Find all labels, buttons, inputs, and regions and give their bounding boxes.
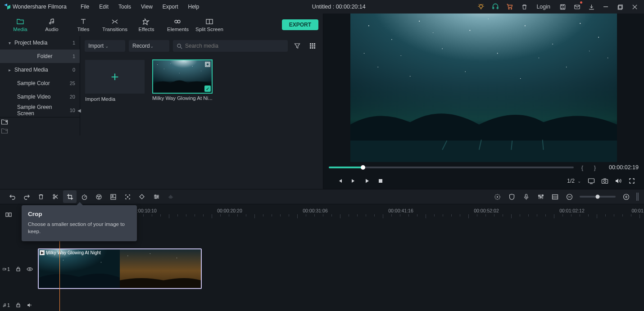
adjust-button[interactable] [150, 190, 163, 203]
download-icon[interactable] [585, 0, 598, 14]
zoom-in-button[interactable] [619, 190, 633, 203]
filter-icon[interactable] [291, 40, 303, 52]
zoom-fit-icon[interactable] [636, 193, 639, 201]
mute-audio-track-icon[interactable] [26, 302, 33, 309]
mark-out-button[interactable]: } [591, 163, 599, 171]
redo-button[interactable] [20, 190, 33, 203]
menu-file[interactable]: File [77, 4, 93, 10]
search-media-field[interactable] [173, 40, 288, 52]
lock-audio-track-icon[interactable] [14, 302, 22, 309]
audio-sync-button[interactable] [164, 190, 177, 203]
video-track-icon[interactable]: 1 [3, 266, 10, 273]
svg-point-60 [488, 18, 489, 19]
preview-viewport[interactable] [350, 14, 617, 162]
preview-seekbar[interactable] [329, 167, 574, 168]
tab-transitions[interactable]: Transitions [99, 16, 131, 34]
search-media-input[interactable] [185, 43, 284, 49]
record-dropdown[interactable]: Record⌄ [129, 40, 169, 52]
next-frame-button[interactable] [347, 174, 360, 188]
sidebar-folder[interactable]: Folder1 [0, 50, 80, 63]
svg-rect-21 [312, 45, 313, 47]
lock-track-icon[interactable] [14, 266, 22, 273]
svg-point-72 [99, 196, 100, 197]
crop-tooltip: Crop Choose a smaller section of your im… [22, 205, 137, 241]
message-icon[interactable] [570, 0, 584, 14]
delete-folder-icon[interactable] [0, 126, 9, 135]
timeline-match-icon[interactable] [4, 210, 14, 220]
record-dropdown-label: Record [132, 43, 150, 49]
save-icon[interactable] [556, 0, 569, 14]
tab-splitscreen[interactable]: Split Screen [194, 16, 225, 34]
zoom-slider[interactable] [580, 196, 616, 198]
snapshot-icon[interactable] [598, 174, 612, 188]
tab-media[interactable]: Media [5, 16, 36, 34]
display-settings-icon[interactable] [585, 174, 598, 188]
undo-button[interactable] [5, 190, 19, 203]
split-button[interactable] [49, 190, 62, 203]
headset-icon[interactable] [489, 0, 502, 14]
marker-shield-icon[interactable] [505, 190, 518, 203]
svg-point-32 [201, 71, 201, 71]
svg-point-95 [5, 305, 5, 306]
svg-rect-92 [17, 269, 20, 271]
svg-point-56 [364, 53, 364, 54]
lightbulb-icon[interactable] [474, 0, 488, 14]
export-button[interactable]: EXPORT [282, 19, 318, 30]
render-button[interactable] [490, 190, 504, 203]
speed-button[interactable] [77, 190, 91, 203]
svg-point-105 [177, 258, 177, 258]
stop-button[interactable] [374, 174, 387, 188]
sidebar-sample-color[interactable]: Sample Color25 [0, 77, 80, 90]
sidebar-project-media[interactable]: ▾Project Media1 [0, 36, 80, 50]
tab-elements[interactable]: Elements [162, 16, 194, 34]
voiceover-icon[interactable] [519, 190, 533, 203]
trash-icon[interactable] [517, 0, 531, 14]
sidebar-sample-green[interactable]: Sample Green Screen10 [0, 104, 80, 117]
green-screen-button[interactable] [106, 190, 120, 203]
volume-icon[interactable] [612, 174, 625, 188]
menu-export[interactable]: Export [159, 4, 182, 10]
timeline-clip[interactable]: ▶Milky Way Glowing At Night [38, 248, 202, 289]
keyframe-button[interactable] [135, 190, 149, 203]
prev-frame-button[interactable] [333, 174, 347, 188]
close-icon[interactable] [628, 0, 641, 14]
login-button[interactable]: Login [532, 4, 555, 10]
visibility-track-icon[interactable] [26, 266, 33, 273]
crop-button[interactable] [63, 190, 77, 203]
color-button[interactable] [92, 190, 105, 203]
maximize-icon[interactable] [613, 0, 627, 14]
play-button[interactable] [360, 174, 374, 188]
new-folder-icon[interactable] [0, 117, 9, 126]
media-clip[interactable]: ✓ Milky Way Glowing At Ni... [152, 59, 213, 102]
svg-rect-83 [538, 195, 539, 196]
menu-view[interactable]: View [137, 4, 157, 10]
track-manager-icon[interactable] [548, 190, 562, 203]
sidebar-shared-media-label: Shared Media [13, 67, 73, 73]
menu-edit[interactable]: Edit [95, 4, 113, 10]
menu-help[interactable]: Help [184, 4, 203, 10]
audio-track-icon[interactable]: 1 [3, 302, 10, 309]
audio-mixer-icon[interactable] [534, 190, 547, 203]
sidebar-shared-media[interactable]: ▸Shared Media0 [0, 63, 80, 77]
import-media-box[interactable]: + Import Media [85, 59, 145, 102]
audio-track-header: 1 [3, 302, 33, 309]
collapse-sidebar-icon[interactable]: ◀ [77, 108, 81, 113]
svg-rect-90 [9, 213, 11, 216]
fullscreen-icon[interactable] [625, 174, 639, 188]
minimize-icon[interactable] [599, 0, 612, 14]
tab-titles[interactable]: Titles [68, 16, 99, 34]
svg-point-59 [433, 32, 433, 33]
zoom-out-button[interactable] [562, 190, 576, 203]
sidebar-sample-video[interactable]: Sample Video20 [0, 90, 80, 104]
mark-in-button[interactable]: { [578, 163, 586, 171]
preview-quality-dropdown[interactable]: 1/2⌄ [563, 178, 585, 184]
cart-icon[interactable] [503, 0, 517, 14]
menu-tools[interactable]: Tools [114, 4, 135, 10]
import-dropdown[interactable]: Import⌄ [85, 40, 125, 52]
grid-view-icon[interactable] [307, 40, 318, 52]
tab-effects[interactable]: Effects [131, 16, 162, 34]
delete-button[interactable] [34, 190, 48, 203]
svg-point-53 [465, 72, 465, 72]
motion-tracking-button[interactable] [121, 190, 134, 203]
tab-audio[interactable]: Audio [36, 16, 68, 34]
